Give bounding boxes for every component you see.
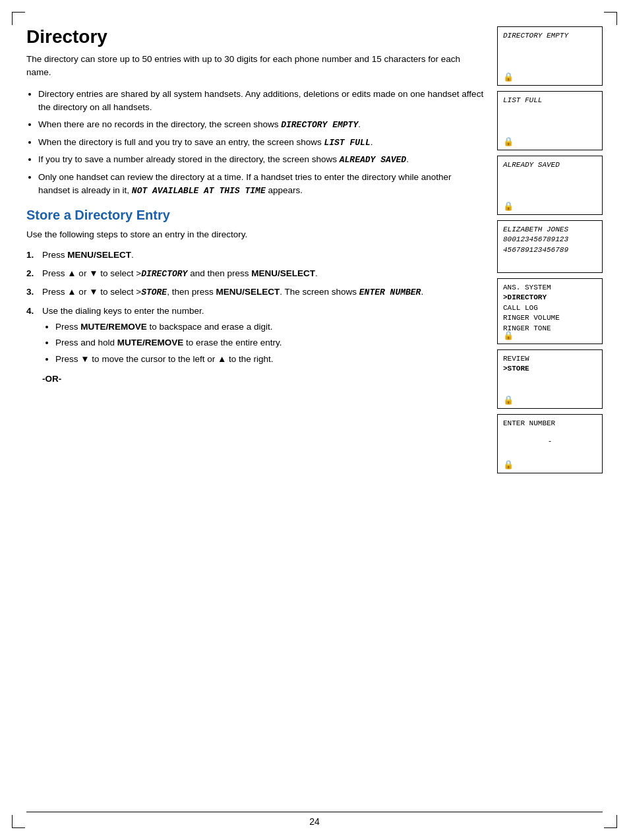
screen-text-2: LIST FULL xyxy=(503,96,597,105)
list-item: When there are no records in the directo… xyxy=(38,118,484,132)
screen-list-full: LIST FULL 🔒 xyxy=(497,91,603,150)
bullet-list: Directory entries are shared by all syst… xyxy=(26,88,484,198)
section2-intro: Use the following steps to store an entr… xyxy=(26,228,484,241)
screen-text-5c: CALL LOG xyxy=(503,303,597,313)
screen-text-5d: RINGER VOLUME xyxy=(503,313,597,323)
sub-bullet-3: Press ▼ to move the cursor to the left o… xyxy=(55,353,484,366)
list-item: Directory entries are shared by all syst… xyxy=(38,88,484,115)
step-2: 2. Press ▲ or ▼ to select >DIRECTORY and… xyxy=(26,267,484,281)
step-content-4: Use the dialing keys to enter the number… xyxy=(42,305,484,369)
screen-text-5e: RINGER TONE xyxy=(503,324,597,334)
page-title: Directory xyxy=(26,26,484,47)
mono-enter-number: ENTER NUMBER xyxy=(359,287,421,297)
screen-text-1: DIRECTORY EMPTY xyxy=(503,31,597,41)
list-item: If you try to save a number already stor… xyxy=(38,153,484,167)
list-item: Only one handset can review the director… xyxy=(38,171,484,198)
screen-ans-system: ANS. SYSTEM >DIRECTORY CALL LOG RINGER V… xyxy=(497,278,603,344)
main-layout: Directory The directory can store up to … xyxy=(26,26,603,479)
step-content-1: Press MENU/SELECT. xyxy=(42,249,484,262)
step-num-4: 4. xyxy=(26,305,38,369)
step-3: 3. Press ▲ or ▼ to select >STORE, then p… xyxy=(26,285,484,299)
menu-select-bold-1: MENU/SELECT xyxy=(67,250,131,260)
mono-directory-empty: DIRECTORY EMPTY xyxy=(281,120,358,130)
mono-directory-step2: DIRECTORY xyxy=(141,269,187,279)
lock-icon-6: 🔒 xyxy=(503,395,514,405)
section2-title: Store a Directory Entry xyxy=(26,208,484,223)
menu-select-bold-3: MENU/SELECT xyxy=(216,287,280,297)
mono-already-saved: ALREADY SAVED xyxy=(340,155,406,165)
step-content-2: Press ▲ or ▼ to select >DIRECTORY and th… xyxy=(42,267,484,281)
lock-icon-1: 🔒 xyxy=(503,72,514,82)
step-1: 1. Press MENU/SELECT. xyxy=(26,249,484,262)
sub-bullet-2: Press and hold MUTE/REMOVE to erase the … xyxy=(55,336,484,349)
screen-already-saved: ALREADY SAVED 🔒 xyxy=(497,156,603,215)
mono-store-step3: STORE xyxy=(141,287,167,297)
lock-icon-5: 🔒 xyxy=(503,330,514,340)
screen-text-4b: 800123456789123 xyxy=(503,235,597,245)
step-4: 4. Use the dialing keys to enter the num… xyxy=(26,305,484,369)
screen-text-7a: ENTER NUMBER xyxy=(503,419,597,429)
step4-sub-bullets: Press MUTE/REMOVE to backspace and erase… xyxy=(42,320,484,366)
corner-tl xyxy=(12,12,25,25)
lock-icon-2: 🔒 xyxy=(503,136,514,146)
screen-text-6a: REVIEW xyxy=(503,354,597,364)
right-column: DIRECTORY EMPTY 🔒 LIST FULL 🔒 ALREADY SA… xyxy=(497,26,603,479)
corner-br xyxy=(604,815,617,828)
screen-text-4a: ELIZABETH JONES xyxy=(503,225,597,235)
step-num-3: 3. xyxy=(26,285,38,299)
step-num-1: 1. xyxy=(26,249,38,262)
corner-bl xyxy=(12,815,25,828)
screen-text-7b: - xyxy=(503,436,597,446)
menu-select-bold-2: MENU/SELECT xyxy=(251,268,315,278)
screen-elizabeth-jones: ELIZABETH JONES 800123456789123 45678912… xyxy=(497,220,603,273)
step-content-3: Press ▲ or ▼ to select >STORE, then pres… xyxy=(42,285,484,299)
steps-list: 1. Press MENU/SELECT. 2. Press ▲ or ▼ to… xyxy=(26,249,484,369)
sub-bullet-1: Press MUTE/REMOVE to backspace and erase… xyxy=(55,320,484,334)
step-num-2: 2. xyxy=(26,267,38,281)
lock-icon-3: 🔒 xyxy=(503,201,514,211)
lock-icon-7: 🔒 xyxy=(503,460,514,469)
list-item: When the directory is full and you try t… xyxy=(38,136,484,150)
screen-text-5b: >DIRECTORY xyxy=(503,293,597,303)
screen-text-4c: 456789123456789 xyxy=(503,245,597,255)
screen-text-6b: >STORE xyxy=(503,364,597,374)
page-number: 24 xyxy=(309,816,320,827)
screen-text-3: ALREADY SAVED xyxy=(503,160,597,170)
or-text: -OR- xyxy=(42,374,484,384)
screen-review-store: REVIEW >STORE 🔒 xyxy=(497,349,603,409)
left-column: Directory The directory can store up to … xyxy=(26,26,484,479)
mute-remove-bold-1: MUTE/REMOVE xyxy=(80,322,147,332)
mute-remove-bold-2: MUTE/REMOVE xyxy=(117,338,184,347)
mono-not-available: NOT AVAILABLE AT THIS TIME xyxy=(132,186,266,196)
screen-directory-empty: DIRECTORY EMPTY 🔒 xyxy=(497,26,603,86)
corner-tr xyxy=(604,12,617,25)
screen-text-5a: ANS. SYSTEM xyxy=(503,283,597,293)
mono-list-full: LIST FULL xyxy=(324,138,370,148)
page-content: Directory The directory can store up to … xyxy=(26,26,603,814)
intro-text: The directory can store up to 50 entries… xyxy=(26,53,484,80)
screen-enter-number: ENTER NUMBER - 🔒 xyxy=(497,414,603,473)
